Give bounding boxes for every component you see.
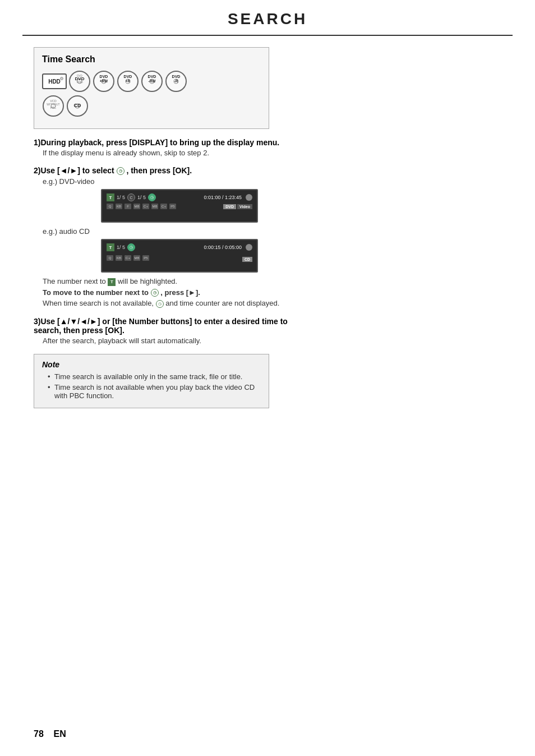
example1-label: e.g.) DVD-video <box>43 177 303 186</box>
highlight-note: The number next to T will be highlighted… <box>43 277 303 286</box>
osd-t-icon: T <box>107 193 114 201</box>
clock-icon-ref: ◷ <box>151 289 159 297</box>
dvd-plusrw-icon: DVD +RW <box>93 70 115 93</box>
step1-title: 1)During playback, press [DISPLAY] to br… <box>34 138 303 147</box>
example2-label: e.g.) audio CD <box>43 227 303 236</box>
vcd-icon: VCD WITHOUT PBC <box>42 95 64 117</box>
svg-text:-R: -R <box>174 79 178 83</box>
svg-text:DVD: DVD <box>124 75 132 79</box>
step-1: 1)During playback, press [DISPLAY] to br… <box>34 138 303 157</box>
page-footer: 78 EN <box>34 729 66 739</box>
hdd-icon: HDD <box>42 73 67 89</box>
step3-description: After the search, playback will start au… <box>43 336 303 345</box>
clock-select-icon: ◷ <box>117 167 124 175</box>
format-icons-row2: VCD WITHOUT PBC CD <box>42 95 261 117</box>
osd-dvd-badge: DVD <box>223 204 236 209</box>
svg-text:DVD: DVD <box>100 75 108 79</box>
format-icons-row1: HDD DVD DVD Video DVD <box>42 70 261 93</box>
step3-title: 3)Use [▲/▼/◄/►] or [the Number buttons] … <box>34 317 303 335</box>
svg-text:+RW: +RW <box>100 79 108 83</box>
page-title: SEARCH <box>22 10 513 28</box>
t-icon-ref: T <box>108 278 116 286</box>
osd-t-icon2: T <box>107 243 114 251</box>
svg-text:DVD: DVD <box>148 75 156 79</box>
dvd-minusr-icon: DVD -R <box>165 70 187 93</box>
note-title: Note <box>42 360 261 369</box>
svg-text:CD: CD <box>74 103 81 108</box>
step2-title: 2)Use [◄/►] to select ◷ , then press [OK… <box>34 166 303 175</box>
svg-text:Video: Video <box>76 81 83 84</box>
svg-text:DVD: DVD <box>172 75 181 79</box>
osd-dvd-display: T 1/ 5 C 1/ 5 ◷ 0:01:00 / 1:23:45 Q KB F… <box>101 189 258 223</box>
step1-description: If the display menu is already shown, sk… <box>43 149 303 157</box>
svg-text:+R: +R <box>126 79 131 83</box>
osd-cd-display: T 1/ 5 ◷ 0:00:15 / 0:05:00 Q KB C+ MB P5… <box>101 239 258 273</box>
svg-text:-RW: -RW <box>149 79 156 83</box>
section-title: Time Search <box>42 54 261 64</box>
note-item-1: Time search is available only in the sam… <box>48 372 261 381</box>
osd-video-badge: Video <box>237 204 252 209</box>
svg-text:PBC: PBC <box>50 106 57 109</box>
osd-search-icon: Q <box>107 204 113 209</box>
time-search-box: Time Search HDD DVD DVD Video <box>34 47 269 129</box>
dvd-minusrw-icon: DVD -RW <box>141 70 163 93</box>
move-note: To move to the number next to ◷ , press … <box>43 288 303 297</box>
instructions: 1)During playback, press [DISPLAY] to br… <box>34 138 303 408</box>
note-box: Note Time search is available only in th… <box>34 354 269 408</box>
osd-cd-badge: CD <box>242 257 252 262</box>
page-header: SEARCH <box>22 0 513 36</box>
unavailable-note: When time search is not available, ◷ and… <box>43 299 303 308</box>
dvd-plusr-icon: DVD +R <box>117 70 139 93</box>
main-content: Time Search HDD DVD DVD Video <box>0 36 535 420</box>
step-3: 3)Use [▲/▼/◄/►] or [the Number buttons] … <box>34 317 303 345</box>
step-2: 2)Use [◄/►] to select ◷ , then press [OK… <box>34 166 303 308</box>
dvd-video-icon: DVD DVD Video <box>68 70 91 93</box>
clock-icon-ref2: ◷ <box>156 300 164 308</box>
cd-icon: CD <box>66 95 89 117</box>
note-item-2: Time search is not available when you pl… <box>48 383 261 400</box>
